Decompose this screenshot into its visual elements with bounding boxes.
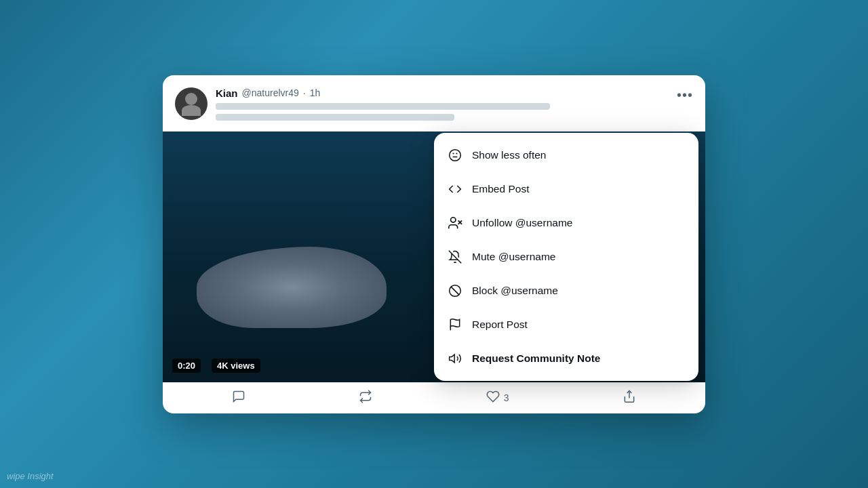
bell-off-icon — [448, 249, 462, 264]
menu-label-report: Report Post — [472, 319, 528, 331]
menu-label-block: Block @username — [472, 285, 558, 297]
dropdown-menu: Show less often Embed Post Unfollow @use… — [434, 133, 698, 381]
reply-icon — [232, 390, 245, 407]
retweet-icon — [359, 390, 372, 407]
code-icon — [448, 182, 462, 197]
user-name: Kian — [216, 87, 238, 99]
reply-button[interactable] — [232, 390, 245, 407]
svg-point-1 — [450, 149, 461, 161]
tweet-text-placeholder — [216, 103, 693, 121]
tweet-header: Kian @naturelvr49 · 1h ••• — [163, 75, 705, 131]
svg-line-8 — [449, 250, 461, 262]
like-count: 3 — [504, 392, 509, 403]
menu-label-unfollow: Unfollow @username — [472, 217, 572, 229]
watermark: wipe Insight — [7, 471, 54, 481]
block-icon — [448, 283, 462, 298]
share-icon — [623, 390, 636, 407]
manatee-visual — [197, 206, 414, 328]
menu-item-block[interactable]: Block @username — [434, 274, 698, 308]
sad-face-icon — [448, 148, 462, 163]
unfollow-icon — [448, 216, 462, 230]
menu-item-community-note[interactable]: Request Community Note — [434, 342, 698, 375]
menu-item-unfollow[interactable]: Unfollow @username — [434, 206, 698, 240]
tweet-actions: 3 — [163, 382, 705, 413]
flag-icon — [448, 317, 462, 332]
user-handle: @naturelvr49 — [242, 87, 299, 98]
tweet-time: · — [303, 87, 306, 98]
time-badge: 0:20 — [172, 359, 201, 373]
views-badge: 4K views — [212, 359, 260, 373]
avatar — [175, 87, 208, 120]
svg-point-5 — [451, 217, 456, 222]
menu-label-embed: Embed Post — [472, 183, 529, 195]
menu-item-mute[interactable]: Mute @username — [434, 240, 698, 274]
menu-label-show-less: Show less often — [472, 149, 546, 161]
menu-item-embed-post[interactable]: Embed Post — [434, 172, 698, 206]
tweet-timestamp: 1h — [310, 87, 321, 98]
share-button[interactable] — [623, 390, 636, 407]
megaphone-icon — [448, 351, 462, 366]
menu-label-community-note: Request Community Note — [472, 352, 600, 365]
menu-label-mute: Mute @username — [472, 251, 555, 263]
user-info: Kian @naturelvr49 · 1h — [216, 87, 693, 125]
tweet-card: Kian @naturelvr49 · 1h ••• 0:20 4K views — [163, 75, 705, 413]
more-button[interactable]: ••• — [674, 85, 696, 106]
svg-line-10 — [451, 287, 459, 295]
menu-item-show-less[interactable]: Show less often — [434, 138, 698, 172]
menu-item-report[interactable]: Report Post — [434, 308, 698, 342]
retweet-button[interactable] — [359, 390, 372, 407]
like-button[interactable]: 3 — [486, 390, 509, 407]
heart-icon — [486, 390, 500, 407]
